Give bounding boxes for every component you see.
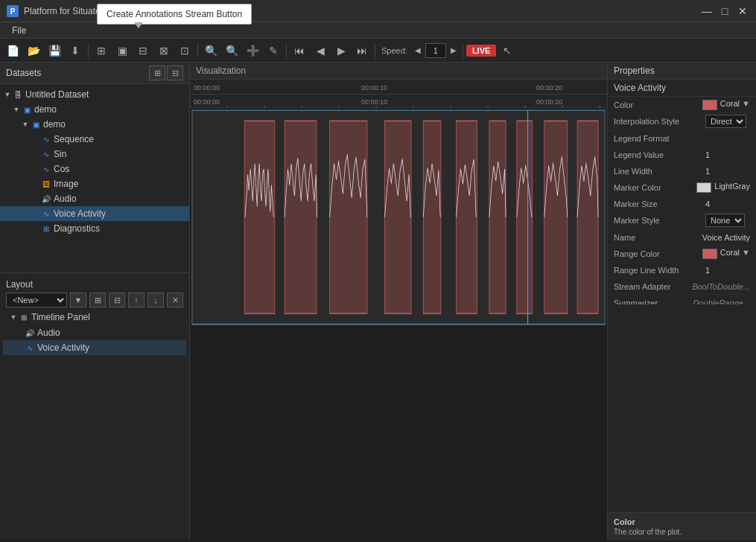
va-icon: ∿ (40, 208, 52, 220)
layout-section: Layout <New> ▼ ⊞ ⊟ ↑ ↓ ✕ ▼ ⊞ Timeline Pa… (0, 273, 189, 358)
tb-next-button[interactable]: ⏭ (352, 41, 372, 60)
svg-text:00:00:00: 00:00:00 (194, 98, 220, 106)
layout-btn4[interactable]: ↑ (128, 293, 144, 307)
tb-stream-button[interactable]: ➕ (243, 41, 262, 60)
timeline-audio-icon: 🔊 (24, 327, 36, 339)
tb-view4-button[interactable]: ⊡ (175, 41, 194, 60)
tb-view3-button[interactable]: ⊠ (154, 41, 174, 60)
prop-value-color[interactable]: Coral ▼ (702, 99, 750, 109)
svg-text:00:00:20: 00:00:20 (536, 98, 562, 106)
layout-btn1[interactable]: ▼ (70, 293, 86, 307)
expand-arrow-demo: ▼ (12, 106, 21, 113)
timeline-panel-label: Timeline Panel (31, 312, 90, 322)
waveform-area[interactable] (191, 109, 606, 325)
panel-btn2[interactable]: ⊟ (167, 66, 183, 80)
prop-value-line-width: 1 (705, 167, 750, 176)
prop-value-legend-value: 1 (705, 150, 750, 159)
image-icon: 🖼 (40, 178, 52, 190)
tree-label-diag: Diagnostics (54, 223, 100, 234)
prop-value-marker-color[interactable]: LightGray (696, 182, 750, 192)
tree-label-audio: Audio (54, 194, 77, 204)
prop-name: Name Voice Activity (608, 229, 756, 246)
right-panel: Properties Voice Activity Color Coral ▼ … (607, 63, 756, 541)
live-button[interactable]: LIVE (466, 45, 496, 57)
speed-label: Speed: (381, 46, 407, 55)
layout-btn2[interactable]: ⊞ (89, 293, 106, 307)
properties-header: Properties (608, 63, 756, 80)
svg-rect-32 (517, 121, 533, 313)
left-bottom-spacer (0, 358, 189, 541)
layout-btn6[interactable]: ✕ (167, 293, 183, 307)
layout-title: Layout (3, 276, 186, 291)
panel-btn1[interactable]: ⊞ (149, 66, 165, 80)
tree-item-voice-activity[interactable]: ∿ Voice Activity (0, 206, 189, 221)
tb-fit-button[interactable]: ⊞ (92, 41, 111, 60)
tb-zoom-in-button[interactable]: 🔍 (201, 41, 220, 60)
timeline-audio[interactable]: 🔊 Audio (3, 325, 186, 340)
layout-btn5[interactable]: ↓ (147, 293, 164, 307)
prop-legend-value: Legend Value 1 (608, 147, 756, 163)
svg-rect-30 (457, 121, 477, 313)
tree-item-image[interactable]: 🖼 Image (0, 176, 189, 191)
layout-dropdown[interactable]: <New> (6, 293, 67, 307)
range-color-swatch (702, 249, 717, 259)
interpolation-dropdown[interactable]: Direct (705, 115, 746, 128)
tree-item-demo-child[interactable]: ▼ ▣ demo (0, 117, 189, 132)
sep2 (197, 43, 198, 58)
tb-prev-button[interactable]: ⏮ (290, 41, 309, 60)
speed-prev-button[interactable]: ◀ (412, 41, 424, 60)
tb-save-button[interactable]: 💾 (45, 41, 64, 60)
tree-item-demo-group[interactable]: ▼ ▣ demo (0, 102, 189, 117)
prop-range-line-width: Range Line Width 1 (608, 262, 756, 278)
cursor-button[interactable]: ↖ (498, 41, 517, 60)
prop-label-range-line-width: Range Line Width (614, 266, 705, 275)
svg-text:00:00:10: 00:00:10 (361, 84, 387, 92)
tree-item-audio[interactable]: 🔊 Audio (0, 191, 189, 206)
title-controls: — □ ✕ (699, 4, 750, 19)
tb-back-button[interactable]: ◀ (311, 41, 330, 60)
timeline-voice-activity[interactable]: ∿ Voice Activity (3, 340, 186, 355)
svg-rect-29 (423, 121, 441, 313)
menu-file[interactable]: File (6, 22, 32, 38)
tb-play-button[interactable]: ▶ (331, 41, 351, 60)
tree-label-demo-group: demo (34, 104, 57, 115)
timeline-audio-label: Audio (37, 328, 60, 338)
viz-header: Visualization (190, 63, 607, 80)
tree-item-untitled-dataset[interactable]: ▼ 🗄 Untitled Dataset (0, 87, 189, 102)
tb-new-button[interactable]: 📄 (3, 41, 22, 60)
prop-label-name: Name (614, 233, 702, 242)
center-panel: Visualization 00:00:00 00:00:10 00:00:20… (190, 63, 607, 541)
dataset-icon: 🗄 (12, 89, 24, 101)
marker-style-dropdown[interactable]: None (705, 214, 745, 227)
maximize-button[interactable]: □ (717, 4, 732, 19)
prop-label-stream-adapter: Stream Adapter (614, 282, 692, 291)
sequence-icon: ∿ (40, 133, 52, 145)
tb-import-button[interactable]: ⬇ (66, 41, 85, 60)
prop-value-range-color[interactable]: Coral ▼ (702, 248, 750, 258)
tb-view1-button[interactable]: ▣ (112, 41, 132, 60)
minimize-button[interactable]: — (699, 4, 714, 19)
tree-item-sin[interactable]: ∿ Sin (0, 147, 189, 162)
tb-zoom-out-button[interactable]: 🔍 (222, 41, 241, 60)
datasets-panel-header: Datasets ⊞ ⊟ (0, 63, 189, 84)
prop-label-summarizer: Summarizer (614, 299, 693, 305)
tree-item-diagnostics[interactable]: ⊞ Diagnostics (0, 221, 189, 236)
tree-item-cos[interactable]: ∿ Cos (0, 162, 189, 176)
prop-value-name: Voice Activity (702, 233, 750, 242)
speed-input[interactable] (425, 43, 446, 58)
range-color-arrow[interactable]: ▼ (742, 248, 750, 257)
close-button[interactable]: ✕ (735, 4, 750, 19)
prop-marker-size: Marker Size 4 (608, 196, 756, 212)
timeline-panel-header[interactable]: ▼ ⊞ Timeline Panel (3, 309, 186, 325)
props-list: Color Coral ▼ Interpolation Style Direct… (608, 97, 756, 305)
tree-item-sequence[interactable]: ∿ Sequence (0, 132, 189, 147)
speed-next-button[interactable]: ▶ (448, 41, 460, 60)
tb-annotate-button[interactable]: ✎ (264, 41, 283, 60)
sep5 (463, 43, 463, 58)
tb-view2-button[interactable]: ⊟ (133, 41, 153, 60)
layout-btn3[interactable]: ⊟ (109, 293, 125, 307)
tree-label-cos: Cos (54, 164, 69, 174)
color-swatch-coral (702, 100, 717, 110)
tb-open-button[interactable]: 📂 (24, 41, 43, 60)
color-dropdown-arrow[interactable]: ▼ (742, 99, 750, 108)
